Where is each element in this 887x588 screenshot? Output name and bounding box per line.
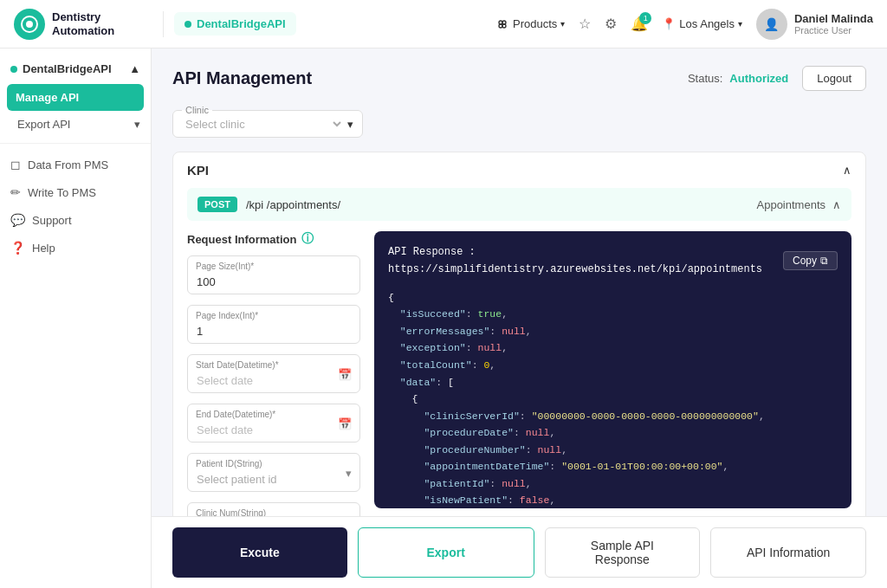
help-icon: ❓ [10, 241, 25, 255]
logout-button[interactable]: Logout [802, 66, 866, 91]
response-panel-wrapper: API Response : https://simplifidentistry… [374, 231, 851, 516]
location-label: Los Angels [679, 17, 735, 30]
clinic-select-wrapper: Select clinic ▾ [182, 117, 353, 132]
sidebar-support[interactable]: 💬 Support [0, 206, 151, 234]
kpi-body: POST /kpi /appointments/ Appointments ∧ [173, 188, 865, 516]
endpoint-label: Appointments [757, 198, 826, 211]
clinic-section: Clinic Select clinic ▾ [172, 105, 866, 138]
post-left: POST /kpi /appointments/ [197, 197, 340, 212]
tab-label: DentalBridgeAPI [197, 17, 286, 30]
products-button[interactable]: Products ▾ [495, 17, 565, 31]
logo: Dentistry Automation [14, 9, 152, 40]
page-index-field: Page Index(Int)* [187, 305, 360, 344]
post-right: Appointments ∧ [757, 198, 842, 211]
start-date-input[interactable] [187, 354, 360, 393]
user-details: Daniel Malinda Practice User [794, 12, 873, 36]
products-chevron: ▾ [560, 19, 565, 29]
clinic-num-select[interactable]: Select clinic num [187, 502, 360, 516]
post-url: /kpi /appointments/ [246, 198, 340, 211]
products-label: Products [513, 17, 557, 30]
sample-api-response-button[interactable]: Sample API Response [545, 527, 701, 578]
content-wrapper: API Management Status: Authorized Logout… [152, 48, 887, 588]
clinic-chevron-icon: ▾ [347, 118, 353, 131]
status-section: Status: Authorized [688, 72, 788, 85]
clinic-num-field: Clinic Num(String) Select clinic num ▾ [187, 502, 360, 516]
support-icon: 💬 [10, 213, 25, 227]
user-profile[interactable]: 👤 Daniel Malinda Practice User [756, 9, 873, 40]
sidebar-help[interactable]: ❓ Help [0, 234, 151, 262]
sidebar-export-api[interactable]: Export API ▾ [0, 113, 151, 136]
post-chevron-icon: ∧ [832, 198, 841, 211]
sidebar-write-to-pms[interactable]: ✏ Write To PMS [0, 178, 151, 206]
response-panel: API Response : https://simplifidentistry… [374, 231, 851, 508]
api-dot-icon [10, 66, 17, 73]
location-button[interactable]: 📍 Los Angels ▾ [662, 17, 742, 30]
tab-dot [185, 21, 191, 28]
notification-badge: 1 [639, 12, 651, 24]
request-info-label: Request Information [187, 233, 296, 246]
location-pin-icon: 📍 [662, 17, 676, 30]
sidebar-divider [0, 143, 151, 144]
end-date-calendar-icon: 📅 [338, 417, 352, 430]
request-form: Request Information ⓘ Page Size(Int)* [187, 231, 360, 516]
write-to-pms-label: Write To PMS [28, 186, 96, 199]
page-size-input[interactable] [187, 255, 360, 294]
execute-button[interactable]: Excute [172, 527, 347, 578]
two-col-layout: Request Information ⓘ Page Size(Int)* [187, 231, 851, 516]
sidebar-api-item[interactable]: DentalBridgeAPI ▲ [0, 55, 151, 82]
request-info-title: Request Information ⓘ [187, 231, 360, 247]
avatar: 👤 [756, 9, 787, 40]
notification-icon[interactable]: 🔔 1 [631, 16, 648, 32]
copy-label: Copy [793, 255, 817, 267]
main-layout: DentalBridgeAPI ▲ Manage API Export API … [0, 48, 887, 588]
products-icon [495, 17, 509, 31]
sidebar-api-chevron: ▲ [129, 62, 140, 75]
status-value: Authorized [729, 72, 788, 85]
settings-icon[interactable]: ⚙ [605, 16, 617, 32]
data-from-pms-label: Data From PMS [28, 158, 108, 171]
start-date-calendar-icon: 📅 [338, 367, 352, 380]
page-index-input[interactable] [187, 305, 360, 344]
nav-divider [163, 11, 164, 37]
write-pms-icon: ✏ [10, 185, 21, 199]
copy-icon: ⧉ [820, 255, 828, 267]
location-chevron: ▾ [738, 19, 742, 29]
response-url-label: API Response : https://simplifidentistry… [388, 243, 783, 279]
clinic-legend: Clinic [182, 105, 212, 115]
support-label: Support [32, 214, 72, 227]
star-icon[interactable]: ☆ [579, 16, 591, 32]
logo-text: Dentistry Automation [52, 10, 114, 37]
json-response: { "isSucceed": true, "errorMessages": nu… [388, 289, 838, 508]
info-icon: ⓘ [301, 231, 314, 247]
export-api-label: Export API [17, 118, 70, 131]
user-name: Daniel Malinda [794, 12, 873, 25]
kpi-collapse-icon: ∧ [843, 164, 851, 177]
post-bar[interactable]: POST /kpi /appointments/ Appointments ∧ [187, 188, 851, 221]
kpi-title: KPI [187, 163, 209, 178]
nav-right: Products ▾ ☆ ⚙ 🔔 1 📍 Los Angels ▾ 👤 Dani… [495, 9, 873, 40]
patient-id-select[interactable]: Select patient id [187, 453, 360, 492]
header-right: Status: Authorized Logout [688, 66, 866, 91]
start-date-field: Start Date(Datetime)* 📅 [187, 354, 360, 393]
page-title: API Management [172, 68, 312, 88]
export-button[interactable]: Export [358, 527, 534, 578]
bottom-bar: Excute Export Sample API Response API In… [152, 516, 887, 588]
end-date-input[interactable] [187, 404, 360, 443]
data-pms-icon: ◻ [10, 158, 21, 171]
export-api-chevron: ▾ [134, 118, 140, 131]
kpi-header[interactable]: KPI ∧ [173, 152, 865, 188]
sidebar-data-from-pms[interactable]: ◻ Data From PMS [0, 151, 151, 178]
sidebar-manage-api[interactable]: Manage API [7, 84, 144, 111]
manage-api-label: Manage API [16, 91, 79, 104]
api-information-button[interactable]: API Information [710, 527, 866, 578]
user-role: Practice User [794, 25, 873, 36]
sidebar-api-name: DentalBridgeAPI [23, 62, 112, 75]
clinic-field: Clinic Select clinic ▾ [172, 105, 363, 138]
copy-button[interactable]: Copy ⧉ [783, 251, 838, 270]
current-tab[interactable]: DentalBridgeAPI [174, 12, 296, 36]
post-badge: POST [197, 197, 237, 212]
main-content: API Management Status: Authorized Logout… [152, 48, 887, 516]
clinic-select[interactable]: Select clinic [182, 117, 344, 132]
patient-id-field: Patient ID(String) Select patient id ▾ [187, 453, 360, 492]
page-size-field: Page Size(Int)* [187, 255, 360, 294]
